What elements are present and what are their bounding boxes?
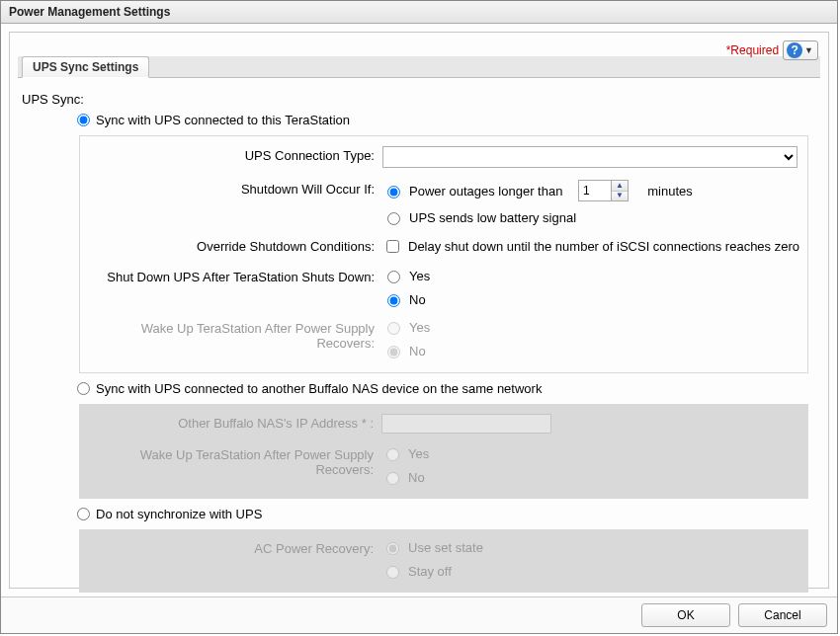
radio-sd-ups-no[interactable] <box>387 294 400 307</box>
help-button[interactable]: ? ▼ <box>783 40 818 60</box>
radio-low-battery-row: UPS sends low battery signal <box>382 209 799 225</box>
checkbox-delay-label: Delay shut down until the number of iSCS… <box>408 239 799 254</box>
label-connection-type: UPS Connection Type: <box>88 146 382 163</box>
dropdown-arrow-icon: ▼ <box>804 45 813 55</box>
radio-sd-ups-yes-row: Yes <box>382 268 799 283</box>
row-ac-recovery: AC Power Recovery: Use set state Stay of… <box>87 539 800 579</box>
row-shutdown-occur: Shutdown Will Occur If: Power outages lo… <box>88 180 799 225</box>
label-override: Override Shutdown Conditions: <box>88 237 382 254</box>
radio-use-set-state-label: Use set state <box>408 540 483 555</box>
radio-power-outage[interactable] <box>387 186 400 199</box>
radio-sync-other-nas[interactable]: Sync with UPS connected to another Buffa… <box>77 381 816 396</box>
radio-wake2-no-label: No <box>408 470 425 485</box>
minutes-input[interactable] <box>579 181 611 200</box>
radio-wake2-yes-row: Yes <box>381 445 800 461</box>
radio-sync-this-input[interactable] <box>77 114 90 126</box>
radio-sd-ups-no-label: No <box>409 292 426 307</box>
select-connection-type[interactable] <box>382 146 798 168</box>
section-heading: UPS Sync: <box>22 92 816 107</box>
row-override: Override Shutdown Conditions: Delay shut… <box>88 237 799 256</box>
radio-sync-this-terastation[interactable]: Sync with UPS connected to this TeraStat… <box>77 113 816 127</box>
row-wake-after-recover-2: Wake Up TeraStation After Power Supply R… <box>87 445 800 485</box>
radio-power-outage-label: Power outages longer than <box>409 184 562 199</box>
minutes-label: minutes <box>647 184 693 199</box>
dialog-body: *Required ? ▼ UPS Sync Settings UPS Sync… <box>1 24 837 596</box>
checkbox-delay-shutdown[interactable] <box>386 240 399 253</box>
radio-sd-ups-no-row: No <box>382 291 799 307</box>
radio-wake1-yes <box>387 322 400 335</box>
radio-wake1-no-label: No <box>409 344 426 358</box>
sync-this-group: UPS Connection Type: Shutdown Will Occur… <box>79 135 808 373</box>
radio-wake1-yes-row: Yes <box>382 319 799 335</box>
spinner-up[interactable]: ▲ <box>612 181 628 191</box>
radio-stay-off <box>386 566 399 579</box>
override-checkline: Delay shut down until the number of iSCS… <box>382 237 799 256</box>
radio-wake2-no-row: No <box>381 469 800 485</box>
radio-wake2-no <box>386 472 399 485</box>
row-wake-after-recover-1: Wake Up TeraStation After Power Supply R… <box>88 319 799 358</box>
radio-no-sync-label: Do not synchronize with UPS <box>96 507 262 521</box>
radio-sync-other-label: Sync with UPS connected to another Buffa… <box>96 381 542 396</box>
radio-no-sync[interactable]: Do not synchronize with UPS <box>77 507 816 521</box>
tab-ups-sync-settings[interactable]: UPS Sync Settings <box>22 56 149 78</box>
row-other-ip: Other Buffalo NAS's IP Address * : <box>87 414 800 434</box>
required-indicator: *Required ? ▼ <box>726 40 818 60</box>
help-icon: ? <box>787 42 802 58</box>
body-inner: *Required ? ▼ UPS Sync Settings UPS Sync… <box>9 32 829 589</box>
cancel-button[interactable]: Cancel <box>738 603 827 627</box>
ok-button[interactable]: OK <box>641 603 730 627</box>
label-wake-after-recover-1: Wake Up TeraStation After Power Supply R… <box>88 319 382 351</box>
radio-use-set-state-row: Use set state <box>381 539 800 555</box>
radio-power-outage-row: Power outages longer than ▲ ▼ <box>382 180 799 201</box>
radio-wake1-no <box>387 346 400 358</box>
radio-stay-off-row: Stay off <box>381 563 800 579</box>
dialog-footer: OK Cancel <box>1 596 837 633</box>
radio-use-set-state <box>386 542 399 555</box>
ups-sync-panel: UPS Sync: Sync with UPS connected to thi… <box>18 78 820 596</box>
power-management-dialog: Power Management Settings *Required ? ▼ … <box>0 0 838 634</box>
tab-strip: UPS Sync Settings <box>18 56 820 78</box>
label-ac-recovery: AC Power Recovery: <box>87 539 381 556</box>
radio-sync-other-input[interactable] <box>77 382 90 395</box>
dialog-title: Power Management Settings <box>9 5 170 19</box>
label-wake-after-recover-2: Wake Up TeraStation After Power Supply R… <box>87 445 381 477</box>
sync-other-group: Other Buffalo NAS's IP Address * : Wake … <box>79 404 808 499</box>
no-sync-group: AC Power Recovery: Use set state Stay of… <box>79 529 808 593</box>
radio-no-sync-input[interactable] <box>77 508 90 520</box>
radio-low-battery[interactable] <box>387 212 400 225</box>
spinner-down[interactable]: ▼ <box>612 191 628 201</box>
radio-wake1-yes-label: Yes <box>409 320 430 335</box>
row-shutdown-ups-after: Shut Down UPS After TeraStation Shuts Do… <box>88 268 799 307</box>
minutes-spinner: ▲ ▼ <box>578 180 629 201</box>
label-other-ip: Other Buffalo NAS's IP Address * : <box>87 414 381 431</box>
label-shutdown-ups-after: Shut Down UPS After TeraStation Shuts Do… <box>88 268 382 284</box>
radio-low-battery-label: UPS sends low battery signal <box>409 210 576 225</box>
input-other-ip <box>381 414 551 434</box>
dialog-titlebar: Power Management Settings <box>1 1 837 24</box>
radio-sd-ups-yes[interactable] <box>387 271 400 283</box>
radio-sync-this-label: Sync with UPS connected to this TeraStat… <box>96 113 350 127</box>
tab-label: UPS Sync Settings <box>33 60 138 74</box>
label-shutdown-occur: Shutdown Will Occur If: <box>88 180 382 197</box>
radio-sd-ups-yes-label: Yes <box>409 269 430 283</box>
radio-wake2-yes <box>386 448 399 461</box>
row-connection-type: UPS Connection Type: <box>88 146 799 168</box>
radio-wake2-yes-label: Yes <box>408 446 429 461</box>
radio-wake1-no-row: No <box>382 343 799 358</box>
required-text: *Required <box>726 43 779 57</box>
radio-stay-off-label: Stay off <box>408 564 452 579</box>
